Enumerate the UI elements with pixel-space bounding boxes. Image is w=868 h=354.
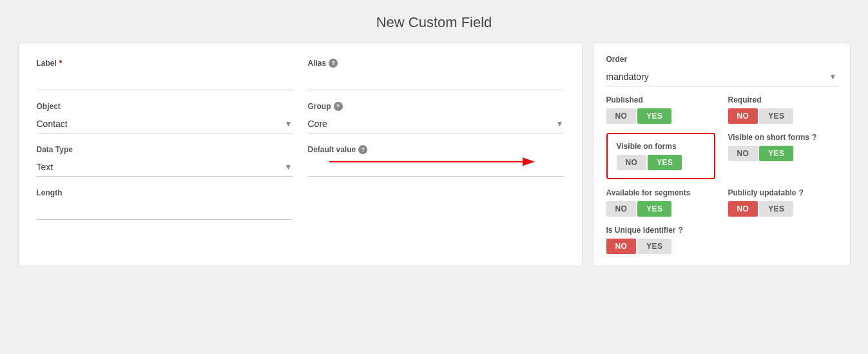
is-unique-identifier-help-icon[interactable]: ? (679, 226, 683, 235)
required-label: Required (728, 95, 837, 104)
visible-on-short-forms-toggles: NO YES (728, 146, 837, 161)
required-group: Required NO YES (728, 95, 837, 124)
visible-on-short-forms-no-button[interactable]: NO (728, 146, 758, 161)
right-panel: Order mandatory ▼ Published NO YES Requi… (593, 43, 851, 266)
published-toggles: NO YES (606, 108, 715, 124)
is-unique-identifier-toggles: NO YES (606, 239, 715, 254)
required-marker: * (59, 59, 63, 68)
order-label: Order (606, 55, 837, 64)
visible-on-forms-no-button[interactable]: NO (617, 155, 647, 170)
alias-field-group: Alias ? (308, 59, 564, 90)
label-field-label: Label * (37, 59, 293, 68)
object-dropdown-arrow: ▼ (285, 119, 293, 128)
data-type-select[interactable]: Text ▼ (37, 158, 293, 177)
visible-on-short-forms-help-icon[interactable]: ? (812, 133, 816, 142)
object-field-group: Object Contact ▼ (37, 102, 293, 133)
published-yes-button[interactable]: YES (637, 108, 671, 124)
publicly-updatable-label: Publicly updatable ? (728, 188, 837, 197)
label-input[interactable] (37, 72, 293, 90)
order-select[interactable]: mandatory ▼ (606, 68, 837, 86)
default-value-help-icon[interactable]: ? (358, 145, 367, 154)
alias-field-label: Alias ? (308, 59, 564, 68)
available-for-segments-group: Available for segments NO YES (606, 188, 715, 217)
default-value-input[interactable] (308, 158, 564, 177)
group-help-icon[interactable]: ? (334, 102, 343, 111)
default-value-field-label: Default value ? (308, 145, 564, 154)
length-input[interactable] (37, 201, 293, 220)
is-unique-identifier-yes-button[interactable]: YES (637, 239, 671, 254)
left-panel: Label * Alias ? Object Contact (18, 43, 583, 266)
group-select[interactable]: Core ▼ (308, 115, 564, 133)
visible-on-short-forms-group: Visible on short forms ? NO YES (728, 133, 837, 179)
available-for-segments-no-button[interactable]: NO (606, 201, 637, 217)
required-yes-button[interactable]: YES (759, 108, 793, 124)
page-title: New Custom Field (0, 0, 868, 43)
visible-on-forms-toggles: NO YES (617, 155, 705, 170)
available-for-segments-toggles: NO YES (606, 201, 715, 217)
published-group: Published NO YES (606, 95, 715, 124)
data-type-field-group: Data Type Text ▼ (37, 145, 293, 177)
group-value: Core (308, 119, 554, 129)
object-select[interactable]: Contact ▼ (37, 115, 293, 133)
is-unique-identifier-label: Is Unique Identifier ? (606, 226, 715, 235)
group-field-label: Group ? (308, 102, 564, 111)
is-unique-identifier-no-button[interactable]: NO (606, 239, 637, 254)
is-unique-identifier-group: Is Unique Identifier ? NO YES (606, 226, 715, 254)
data-type-value: Text (37, 162, 282, 172)
label-field-group: Label * (37, 59, 293, 90)
visible-on-forms-group: Visible on forms NO YES (606, 133, 715, 179)
visible-on-forms-label: Visible on forms (617, 142, 705, 151)
data-type-field-label: Data Type (37, 145, 293, 154)
required-toggles: NO YES (728, 108, 837, 124)
length-field-label: Length (37, 188, 293, 197)
alias-input[interactable] (308, 72, 564, 90)
published-no-button[interactable]: NO (606, 108, 637, 124)
order-value: mandatory (606, 72, 827, 82)
toggle-grid: Published NO YES Required NO YES Visible… (606, 95, 837, 254)
publicly-updatable-toggles: NO YES (728, 201, 837, 217)
data-type-dropdown-arrow: ▼ (285, 162, 293, 172)
order-dropdown-arrow: ▼ (829, 72, 837, 81)
alias-help-icon[interactable]: ? (329, 59, 338, 68)
visible-on-short-forms-label: Visible on short forms ? (728, 133, 837, 142)
visible-on-short-forms-yes-button[interactable]: YES (759, 146, 793, 161)
available-for-segments-label: Available for segments (606, 188, 715, 197)
group-dropdown-arrow: ▼ (556, 119, 564, 128)
required-no-button[interactable]: NO (728, 108, 758, 124)
available-for-segments-yes-button[interactable]: YES (637, 201, 671, 217)
publicly-updatable-no-button[interactable]: NO (728, 201, 758, 217)
publicly-updatable-yes-button[interactable]: YES (759, 201, 793, 217)
object-value: Contact (37, 119, 282, 129)
publicly-updatable-help-icon[interactable]: ? (799, 188, 804, 197)
group-field-group: Group ? Core ▼ (308, 102, 564, 133)
publicly-updatable-group: Publicly updatable ? NO YES (728, 188, 837, 217)
order-section: Order mandatory ▼ (606, 55, 837, 86)
length-field-group: Length (37, 188, 293, 220)
published-label: Published (606, 95, 715, 104)
default-value-field-group: Default value ? (308, 145, 564, 177)
visible-on-forms-yes-button[interactable]: YES (648, 155, 682, 170)
object-field-label: Object (37, 102, 293, 111)
